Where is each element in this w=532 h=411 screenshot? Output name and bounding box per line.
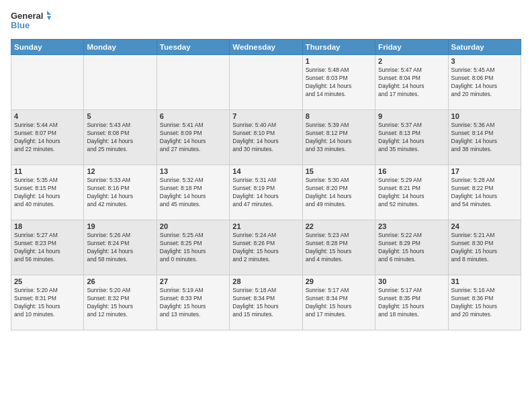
day-cell: 2Sunrise: 5:47 AM Sunset: 8:04 PM Daylig… [375, 55, 448, 110]
day-cell: 10Sunrise: 5:36 AM Sunset: 8:14 PM Dayli… [448, 110, 521, 165]
day-cell: 16Sunrise: 5:29 AM Sunset: 8:21 PM Dayli… [375, 165, 448, 220]
logo-svg: General Blue [11, 8, 51, 34]
day-number: 27 [160, 277, 226, 285]
day-cell: 30Sunrise: 5:17 AM Sunset: 8:35 PM Dayli… [375, 275, 448, 330]
day-info: Sunrise: 5:39 AM Sunset: 8:12 PM Dayligh… [306, 122, 372, 154]
day-number: 26 [87, 277, 153, 285]
day-cell: 14Sunrise: 5:31 AM Sunset: 8:19 PM Dayli… [230, 165, 302, 220]
day-info: Sunrise: 5:31 AM Sunset: 8:19 PM Dayligh… [232, 177, 299, 209]
day-cell [230, 55, 302, 110]
day-info: Sunrise: 5:20 AM Sunset: 8:32 PM Dayligh… [87, 287, 153, 319]
col-header-wednesday: Wednesday [230, 40, 302, 55]
day-cell: 7Sunrise: 5:40 AM Sunset: 8:10 PM Daylig… [230, 110, 302, 165]
day-cell: 5Sunrise: 5:43 AM Sunset: 8:08 PM Daylig… [84, 110, 157, 165]
day-info: Sunrise: 5:17 AM Sunset: 8:35 PM Dayligh… [378, 287, 445, 319]
day-cell: 22Sunrise: 5:23 AM Sunset: 8:28 PM Dayli… [302, 220, 375, 275]
svg-marker-3 [47, 16, 51, 20]
day-number: 12 [87, 167, 153, 175]
day-info: Sunrise: 5:48 AM Sunset: 8:03 PM Dayligh… [306, 66, 372, 99]
day-info: Sunrise: 5:17 AM Sunset: 8:34 PM Dayligh… [306, 287, 372, 319]
day-info: Sunrise: 5:25 AM Sunset: 8:25 PM Dayligh… [160, 232, 226, 264]
day-info: Sunrise: 5:28 AM Sunset: 8:22 PM Dayligh… [451, 177, 518, 209]
day-cell: 12Sunrise: 5:33 AM Sunset: 8:16 PM Dayli… [84, 165, 157, 220]
col-header-thursday: Thursday [302, 40, 375, 55]
day-number: 29 [306, 277, 372, 285]
day-number: 24 [451, 222, 518, 230]
day-info: Sunrise: 5:24 AM Sunset: 8:26 PM Dayligh… [232, 232, 299, 264]
day-cell: 20Sunrise: 5:25 AM Sunset: 8:25 PM Dayli… [157, 220, 229, 275]
day-number: 28 [232, 277, 299, 285]
day-info: Sunrise: 5:18 AM Sunset: 8:34 PM Dayligh… [232, 287, 299, 319]
calendar-page: General Blue SundayMondayTuesdayWednesda… [0, 0, 532, 411]
day-cell: 19Sunrise: 5:26 AM Sunset: 8:24 PM Dayli… [84, 220, 157, 275]
day-number: 15 [306, 167, 372, 175]
day-number: 9 [378, 112, 445, 120]
day-number: 19 [87, 222, 153, 230]
svg-text:Blue: Blue [11, 20, 30, 30]
day-number: 23 [378, 222, 445, 230]
day-cell: 28Sunrise: 5:18 AM Sunset: 8:34 PM Dayli… [230, 275, 302, 330]
day-cell: 24Sunrise: 5:21 AM Sunset: 8:30 PM Dayli… [448, 220, 521, 275]
day-cell: 29Sunrise: 5:17 AM Sunset: 8:34 PM Dayli… [302, 275, 375, 330]
day-number: 11 [14, 167, 81, 175]
day-cell: 17Sunrise: 5:28 AM Sunset: 8:22 PM Dayli… [448, 165, 521, 220]
day-info: Sunrise: 5:40 AM Sunset: 8:10 PM Dayligh… [232, 122, 299, 154]
day-cell: 13Sunrise: 5:32 AM Sunset: 8:18 PM Dayli… [157, 165, 229, 220]
calendar-table: SundayMondayTuesdayWednesdayThursdayFrid… [11, 39, 521, 330]
day-info: Sunrise: 5:22 AM Sunset: 8:29 PM Dayligh… [378, 232, 445, 264]
day-cell: 4Sunrise: 5:44 AM Sunset: 8:07 PM Daylig… [11, 110, 84, 165]
col-header-friday: Friday [375, 40, 448, 55]
day-number: 13 [160, 167, 226, 175]
day-number: 14 [232, 167, 299, 175]
day-cell: 3Sunrise: 5:45 AM Sunset: 8:06 PM Daylig… [448, 55, 521, 110]
day-info: Sunrise: 5:44 AM Sunset: 8:07 PM Dayligh… [14, 122, 81, 154]
day-info: Sunrise: 5:45 AM Sunset: 8:06 PM Dayligh… [451, 66, 518, 99]
header: General Blue [11, 8, 521, 34]
day-number: 21 [232, 222, 299, 230]
day-number: 1 [306, 57, 372, 65]
week-row-1: 1Sunrise: 5:48 AM Sunset: 8:03 PM Daylig… [11, 55, 521, 110]
day-info: Sunrise: 5:30 AM Sunset: 8:20 PM Dayligh… [306, 177, 372, 209]
day-info: Sunrise: 5:35 AM Sunset: 8:15 PM Dayligh… [14, 177, 81, 209]
day-number: 2 [378, 57, 445, 65]
day-number: 20 [160, 222, 226, 230]
day-number: 30 [378, 277, 445, 285]
day-number: 5 [87, 112, 153, 120]
day-cell: 15Sunrise: 5:30 AM Sunset: 8:20 PM Dayli… [302, 165, 375, 220]
week-row-4: 18Sunrise: 5:27 AM Sunset: 8:23 PM Dayli… [11, 220, 521, 275]
day-cell: 1Sunrise: 5:48 AM Sunset: 8:03 PM Daylig… [302, 55, 375, 110]
day-info: Sunrise: 5:23 AM Sunset: 8:28 PM Dayligh… [306, 232, 372, 264]
day-cell: 23Sunrise: 5:22 AM Sunset: 8:29 PM Dayli… [375, 220, 448, 275]
day-cell: 11Sunrise: 5:35 AM Sunset: 8:15 PM Dayli… [11, 165, 84, 220]
svg-marker-2 [47, 11, 51, 15]
day-cell: 25Sunrise: 5:20 AM Sunset: 8:31 PM Dayli… [11, 275, 84, 330]
day-info: Sunrise: 5:32 AM Sunset: 8:18 PM Dayligh… [160, 177, 226, 209]
day-info: Sunrise: 5:33 AM Sunset: 8:16 PM Dayligh… [87, 177, 153, 209]
day-cell: 31Sunrise: 5:16 AM Sunset: 8:36 PM Dayli… [448, 275, 521, 330]
week-row-3: 11Sunrise: 5:35 AM Sunset: 8:15 PM Dayli… [11, 165, 521, 220]
day-cell: 27Sunrise: 5:19 AM Sunset: 8:33 PM Dayli… [157, 275, 229, 330]
day-cell: 18Sunrise: 5:27 AM Sunset: 8:23 PM Dayli… [11, 220, 84, 275]
day-info: Sunrise: 5:27 AM Sunset: 8:23 PM Dayligh… [14, 232, 81, 264]
day-cell: 6Sunrise: 5:41 AM Sunset: 8:09 PM Daylig… [157, 110, 229, 165]
header-row: SundayMondayTuesdayWednesdayThursdayFrid… [11, 40, 521, 55]
day-number: 4 [14, 112, 81, 120]
week-row-2: 4Sunrise: 5:44 AM Sunset: 8:07 PM Daylig… [11, 110, 521, 165]
logo: General Blue [11, 8, 51, 34]
day-number: 8 [306, 112, 372, 120]
day-number: 7 [232, 112, 299, 120]
day-number: 22 [306, 222, 372, 230]
day-cell [157, 55, 229, 110]
day-number: 6 [160, 112, 226, 120]
col-header-sunday: Sunday [11, 40, 84, 55]
week-row-5: 25Sunrise: 5:20 AM Sunset: 8:31 PM Dayli… [11, 275, 521, 330]
day-number: 18 [14, 222, 81, 230]
day-number: 16 [378, 167, 445, 175]
day-info: Sunrise: 5:26 AM Sunset: 8:24 PM Dayligh… [87, 232, 153, 264]
day-info: Sunrise: 5:20 AM Sunset: 8:31 PM Dayligh… [14, 287, 81, 319]
day-info: Sunrise: 5:29 AM Sunset: 8:21 PM Dayligh… [378, 177, 445, 209]
col-header-saturday: Saturday [448, 40, 521, 55]
day-info: Sunrise: 5:37 AM Sunset: 8:13 PM Dayligh… [378, 122, 445, 154]
col-header-tuesday: Tuesday [157, 40, 229, 55]
day-number: 25 [14, 277, 81, 285]
